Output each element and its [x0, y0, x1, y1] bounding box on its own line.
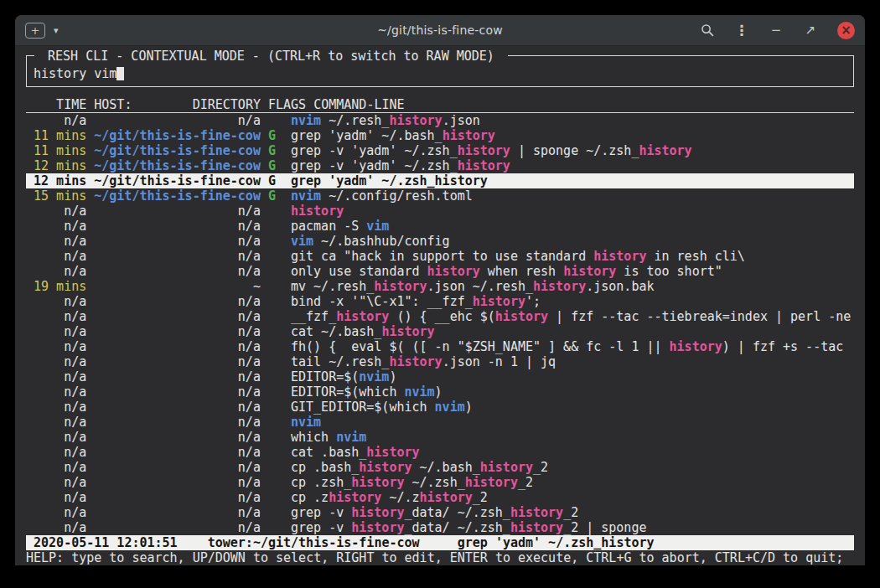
history-row[interactable]: n/a n/a grep -v history_data/ ~/.zsh_his… [26, 520, 854, 535]
command-segment: _2 [518, 475, 533, 490]
history-row[interactable]: 12 mins ~/git/this-is-fine-cow G grep -v… [26, 158, 854, 173]
history-row[interactable]: n/a n/a pacman -S vim [26, 219, 854, 234]
history-row[interactable]: n/a n/a EDITOR=$(nvim) [26, 369, 854, 384]
command-segment: ) [465, 400, 473, 415]
row-directory: n/a [94, 354, 261, 369]
row-command: mv ~/.resh_history.json ~/.resh_history.… [291, 279, 854, 294]
row-command: grep 'yadm' ~/.zsh_history [291, 173, 854, 188]
status-location: tower:~/git/this-is-fine-cow [208, 535, 420, 550]
command-segment: _2 [473, 490, 488, 505]
history-row[interactable]: n/a n/a cat ~/.bash_history [26, 324, 854, 339]
row-time: n/a [26, 219, 86, 234]
history-row[interactable]: n/a n/a bind -x '"\C-x1": __fzf_history'… [26, 294, 854, 309]
row-directory: n/a [94, 249, 261, 264]
history-row[interactable]: n/a n/a cp .bash_history ~/.bash_history… [26, 460, 854, 475]
history-row[interactable]: n/a n/a cp .zsh_history ~/.zsh_history_2 [26, 475, 854, 490]
row-git-flag: G [268, 173, 283, 188]
row-time: 11 mins [26, 143, 86, 158]
terminal-window: + ▾ ~/git/this-is-fine-cow ⋮ − ↗ [15, 15, 865, 565]
row-command: which nvim [291, 430, 854, 445]
row-command: bind -x '"\C-x1": __fzf_history'; [291, 294, 854, 309]
history-row[interactable]: n/a n/a history [26, 204, 854, 219]
row-directory: n/a [94, 369, 261, 384]
history-row[interactable]: 15 mins ~/git/this-is-fine-cow G nvim ~/… [26, 188, 854, 204]
row-git-flag [268, 490, 283, 505]
command-segment: _2 [533, 460, 548, 475]
command-segment: ~/.zsh_ [404, 475, 464, 490]
command-segment: nvim [435, 400, 465, 415]
history-row[interactable]: n/a n/a nvim [26, 415, 854, 430]
close-button[interactable]: × [837, 22, 855, 39]
history-row[interactable]: n/a n/a tail ~/.resh_history.json -n 1 |… [26, 354, 854, 369]
history-row[interactable]: n/a n/a git ca "hack in support to use s… [26, 249, 854, 264]
row-command: grep -v 'yadm' ~/.zsh_history | sponge ~… [291, 143, 854, 158]
restore-button[interactable]: ↗ [803, 23, 818, 38]
command-segment: nvim [291, 188, 321, 204]
history-row[interactable]: n/a n/a cat .bash_history [26, 445, 854, 460]
row-time: n/a [26, 264, 86, 279]
row-directory: n/a [94, 113, 261, 128]
history-row[interactable]: n/a n/a GIT_EDITOR=$(which nvim) [26, 400, 854, 415]
row-time: n/a [26, 430, 86, 445]
help-line: HELP: type to search, UP/DOWN to select,… [26, 550, 854, 565]
row-directory: n/a [94, 324, 261, 339]
command-segment: pacman -S [291, 219, 366, 234]
command-segment: git ca "hack in support to use standard [291, 249, 593, 264]
history-row[interactable]: n/a n/a EDITOR=$(which nvim) [26, 384, 854, 400]
row-directory: n/a [94, 219, 261, 234]
command-segment: nvim [291, 113, 321, 128]
row-directory: n/a [94, 384, 261, 400]
menu-button[interactable]: ⋮ [734, 23, 749, 38]
history-row[interactable]: 12 mins ~/git/this-is-fine-cow G grep 'y… [26, 173, 854, 188]
profile-dropdown-button[interactable]: ▾ [52, 23, 60, 38]
history-list: n/a n/a nvim ~/.resh_history.json 11 min… [26, 113, 854, 535]
command-segment: history [465, 475, 518, 490]
command-segment: ~/.z [381, 490, 419, 505]
row-directory: n/a [94, 339, 261, 354]
titlebar-right: ⋮ − ↗ × [670, 22, 855, 39]
history-row[interactable]: n/a n/a nvim ~/.resh_history.json [26, 113, 854, 128]
command-segment: ~/.resh_ [321, 113, 389, 128]
search-button[interactable] [700, 23, 715, 38]
row-directory: n/a [94, 400, 261, 415]
history-row[interactable]: n/a n/a grep -v history_data/ ~/.zsh_his… [26, 505, 854, 520]
status-datetime: 2020-05-11 12:01:51 [34, 535, 178, 550]
row-directory: ~/git/this-is-fine-cow [94, 128, 261, 143]
row-command: cp .zhistory ~/.zhistory_2 [291, 490, 854, 505]
command-segment: ) [435, 384, 443, 400]
command-segment: history [389, 113, 442, 128]
row-command: history [291, 204, 854, 219]
command-segment: mv ~/.resh_ [291, 279, 374, 294]
history-row[interactable]: 11 mins ~/git/this-is-fine-cow G grep 'y… [26, 128, 854, 143]
row-time: n/a [26, 354, 86, 369]
history-row[interactable]: 11 mins ~/git/this-is-fine-cow G grep -v… [26, 143, 854, 158]
row-git-flag [268, 339, 283, 354]
minimize-button[interactable]: − [769, 23, 784, 38]
history-row[interactable]: n/a n/a which nvim [26, 430, 854, 445]
command-segment: history [480, 460, 533, 475]
terminal-content: RESH CLI - CONTEXTUAL MODE - (CTRL+R to … [15, 46, 865, 565]
row-time: n/a [26, 445, 86, 460]
row-time: n/a [26, 400, 86, 415]
history-row[interactable]: 19 mins ~ mv ~/.resh_history.json ~/.res… [26, 279, 854, 294]
row-git-flag: G [268, 128, 283, 143]
history-row[interactable]: n/a n/a only use standard history when r… [26, 264, 854, 279]
row-directory: n/a [94, 309, 261, 324]
history-table-header: TIME HOST: DIRECTORY FLAGS COMMAND-LINE [26, 97, 854, 113]
row-command: cat ~/.bash_history [291, 324, 854, 339]
row-git-flag [268, 324, 283, 339]
command-segment: .json.bak [586, 279, 654, 294]
history-row[interactable]: n/a n/a cp .zhistory ~/.zhistory_2 [26, 490, 854, 505]
command-segment: history [670, 339, 722, 354]
history-row[interactable]: n/a n/a fh() { eval $( ([ -n "$ZSH_NAME"… [26, 339, 854, 354]
row-time: n/a [26, 234, 86, 249]
row-directory: n/a [94, 294, 261, 309]
search-input[interactable]: history vim [34, 66, 846, 81]
command-segment: history [458, 158, 510, 173]
command-segment: ~/.bash_ [412, 460, 480, 475]
row-time: n/a [26, 204, 86, 219]
new-tab-button[interactable]: + [25, 23, 45, 39]
history-row[interactable]: n/a n/a __fzf_history () { __ehc $(histo… [26, 309, 854, 324]
row-git-flag [268, 264, 283, 279]
history-row[interactable]: n/a n/a vim ~/.bashhub/config [26, 234, 854, 249]
